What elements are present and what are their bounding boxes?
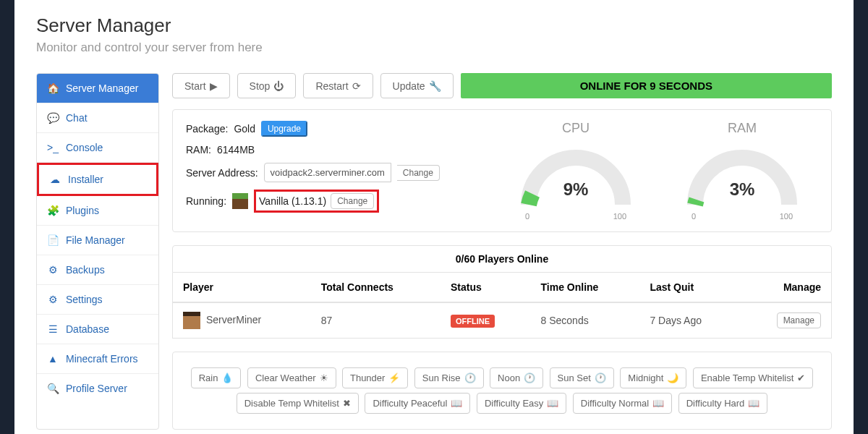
stop-button[interactable]: Stop ⏻ — [237, 73, 297, 98]
change-address-button[interactable]: Change — [397, 165, 440, 181]
puzzle-icon: 🧩 — [47, 205, 59, 216]
refresh-icon: ⟳ — [352, 80, 361, 92]
offline-badge: OFFLINE — [451, 315, 495, 328]
droplet-icon: 💧 — [221, 373, 233, 383]
package-label: Package: — [186, 123, 228, 135]
warning-icon: ▲ — [47, 353, 59, 365]
sidebar-item-label: Minecraft Errors — [66, 353, 138, 365]
col-player: Player — [173, 273, 311, 302]
sidebar-item-file-manager[interactable]: 📄File Manager — [37, 226, 158, 255]
sidebar-item-label: Database — [66, 323, 109, 335]
player-quit: 7 Days Ago — [639, 302, 740, 339]
book-icon: 📖 — [748, 398, 760, 409]
book-icon: 📖 — [547, 398, 558, 409]
running-value: Vanilla (1.13.1) — [259, 195, 326, 207]
sidebar-item-console[interactable]: >_Console — [37, 133, 158, 163]
sidebar-item-label: File Manager — [66, 234, 125, 246]
check-icon: ✔ — [797, 373, 805, 383]
sidebar-item-label: Server Manager — [66, 82, 138, 94]
sidebar-item-label: Chat — [66, 112, 88, 124]
moon-icon: 🌙 — [667, 373, 678, 383]
home-icon: 🏠 — [47, 82, 59, 94]
page-title: Server Manager — [36, 14, 832, 37]
sidebar-item-server-manager[interactable]: 🏠Server Manager — [37, 74, 158, 103]
start-button[interactable]: Start ▶ — [172, 73, 230, 98]
ram-label: RAM: — [186, 144, 211, 156]
difficulty-easy-button[interactable]: Difficulty Easy 📖 — [477, 393, 566, 414]
sidebar-item-label: Console — [66, 142, 103, 153]
table-row: ServerMiner 87 OFFLINE 8 Seconds 7 Days … — [173, 302, 832, 339]
clock-icon: 🕐 — [595, 373, 606, 383]
gear-icon: ⚙ — [47, 294, 59, 305]
manage-player-button[interactable]: Manage — [777, 312, 821, 328]
rain-button[interactable]: Rain 💧 — [191, 367, 242, 388]
clear-weather-button[interactable]: Clear Weather ☀ — [247, 367, 336, 388]
bolt-icon: ⚡ — [388, 373, 400, 383]
players-table: Player Total Connects Status Time Online… — [172, 273, 832, 339]
player-time: 8 Seconds — [531, 302, 640, 339]
cpu-gauge: CPU 9% 0100 — [514, 121, 637, 221]
search-icon: 🔍 — [47, 383, 59, 394]
sidebar-item-chat[interactable]: 💬Chat — [37, 103, 158, 133]
cloud-icon: ☁ — [49, 174, 61, 185]
sidebar-item-label: Installer — [68, 174, 103, 185]
database-icon: ☰ — [47, 323, 59, 335]
x-icon: ✖ — [343, 398, 351, 409]
terminal-icon: >_ — [47, 142, 59, 153]
sunset-button[interactable]: Sun Set 🕐 — [550, 367, 614, 388]
change-version-button[interactable]: Change — [331, 193, 374, 209]
enable-whitelist-button[interactable]: Enable Temp Whitelist ✔ — [693, 367, 813, 388]
col-time: Time Online — [531, 273, 640, 302]
sidebar-item-backups[interactable]: ⚙Backups — [37, 255, 158, 285]
book-icon: 📖 — [652, 398, 664, 409]
sidebar-item-label: Backups — [66, 264, 105, 276]
wrench-icon: 🔧 — [429, 80, 441, 92]
noon-button[interactable]: Noon 🕐 — [490, 367, 543, 388]
running-highlight: Vanilla (1.13.1) Change — [254, 190, 379, 213]
book-icon: 📖 — [451, 398, 462, 409]
power-icon: ⏻ — [273, 80, 284, 92]
life-ring-icon: ⚙ — [47, 264, 59, 276]
midnight-button[interactable]: Midnight 🌙 — [620, 367, 686, 388]
sidebar-item-label: Settings — [66, 294, 103, 305]
disable-whitelist-button[interactable]: Disable Temp Whitelist ✖ — [237, 393, 359, 414]
play-icon: ▶ — [210, 80, 218, 92]
address-label: Server Address: — [186, 167, 258, 179]
quick-actions: Rain 💧 Clear Weather ☀ Thunder ⚡ Sun Ris… — [172, 352, 832, 430]
file-icon: 📄 — [47, 234, 59, 246]
grass-block-icon — [232, 193, 248, 209]
clock-icon: 🕐 — [464, 373, 476, 383]
sidebar-item-minecraft-errors[interactable]: ▲Minecraft Errors — [37, 344, 158, 374]
difficulty-peaceful-button[interactable]: Difficulty Peaceful 📖 — [365, 393, 470, 414]
difficulty-hard-button[interactable]: Difficulty Hard 📖 — [678, 393, 768, 414]
sunrise-button[interactable]: Sun Rise 🕐 — [414, 367, 484, 388]
players-header: 0/60 Players Online — [172, 245, 832, 273]
ram-gauge-title: RAM — [681, 121, 804, 136]
sidebar-item-database[interactable]: ☰Database — [37, 315, 158, 344]
sidebar-item-profile-server[interactable]: 🔍Profile Server — [37, 374, 158, 403]
clock-icon: 🕐 — [524, 373, 535, 383]
sidebar-item-label: Plugins — [66, 205, 99, 216]
player-name: ServerMiner — [206, 314, 261, 326]
thunder-button[interactable]: Thunder ⚡ — [342, 367, 408, 388]
sidebar-item-installer[interactable]: ☁Installer — [37, 163, 158, 196]
sidebar-item-plugins[interactable]: 🧩Plugins — [37, 196, 158, 226]
sidebar: 🏠Server Manager 💬Chat >_Console ☁Install… — [36, 73, 159, 430]
player-head-icon — [183, 312, 200, 329]
sidebar-item-settings[interactable]: ⚙Settings — [37, 285, 158, 315]
sidebar-item-label: Profile Server — [66, 383, 127, 394]
running-label: Running: — [186, 195, 226, 207]
ram-value: 6144MB — [217, 144, 255, 156]
ram-gauge: RAM 3% 0100 — [681, 121, 804, 221]
upgrade-button[interactable]: Upgrade — [261, 121, 307, 137]
cpu-gauge-value: 9% — [514, 179, 637, 200]
restart-button[interactable]: Restart ⟳ — [303, 73, 373, 98]
col-status: Status — [441, 273, 531, 302]
col-quit: Last Quit — [639, 273, 740, 302]
update-button[interactable]: Update 🔧 — [380, 73, 454, 98]
col-connects: Total Connects — [311, 273, 441, 302]
page-subtitle: Monitor and control your server from her… — [36, 41, 832, 55]
difficulty-normal-button[interactable]: Difficulty Normal 📖 — [573, 393, 672, 414]
player-connects: 87 — [311, 302, 441, 339]
status-bar: ONLINE FOR 9 SECONDS — [461, 73, 832, 98]
